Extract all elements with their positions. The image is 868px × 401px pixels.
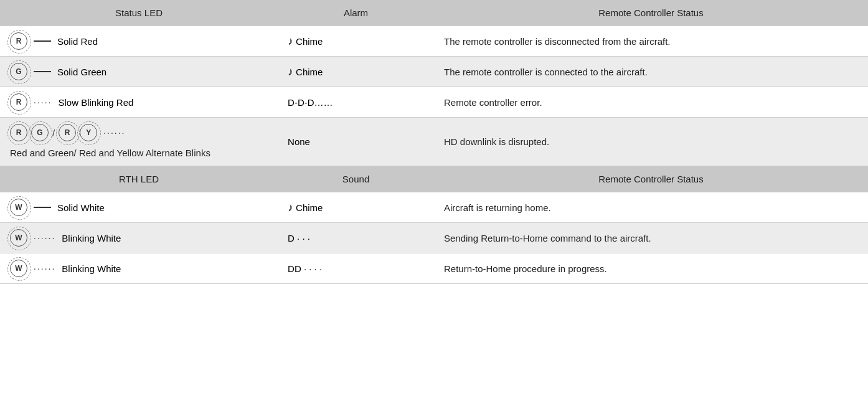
led-label: Solid Red	[57, 36, 98, 47]
led-label: Solid Green	[57, 67, 106, 77]
led-icon-W3: W	[10, 260, 27, 277]
table-row: R G / R Y ······ Red and Green/ Red and …	[0, 118, 868, 166]
alarm-text: None	[288, 136, 310, 147]
alarm-cell-1: ♪ Chime	[278, 26, 434, 57]
led-cell-5: W Solid White	[0, 192, 278, 223]
table-row: R Solid Red ♪ Chime The remote controlle…	[0, 26, 868, 57]
status-text-1: The remote controller is disconnected fr…	[434, 26, 868, 57]
status-table: Status LED Alarm Remote Controller Statu…	[0, 0, 868, 284]
alarm-cell-3: D-D-D……	[278, 87, 434, 118]
led-icon-W1: W	[10, 199, 27, 216]
led-cell-2: G Solid Green	[0, 57, 278, 87]
table-row: W ······ Blinking White DD · · · · Retur…	[0, 253, 868, 284]
led-label: Blinking White	[62, 263, 121, 274]
alarm-cell-6: D · · ·	[278, 223, 434, 253]
led-cell-1: R Solid Red	[0, 26, 278, 57]
led-icon-R3: R	[10, 124, 27, 141]
header1-col2: Alarm	[278, 0, 434, 26]
dot-connector2: ······	[103, 128, 125, 138]
status-text-5: Aircraft is returning home.	[434, 192, 868, 223]
led-cell-3: R ····· Slow Blinking Red	[0, 87, 278, 118]
music-note-icon2: ♪	[288, 201, 293, 214]
led-icon-R2: R	[10, 93, 27, 111]
alarm-text: Chime	[296, 202, 323, 213]
status-text-4: HD downlink is disrupted.	[434, 118, 868, 166]
led-icon-R: R	[10, 32, 27, 50]
led-icon-R4: R	[59, 124, 76, 141]
alarm-cell-4: None	[278, 118, 434, 166]
section-header-2: RTH LED Sound Remote Controller Status	[0, 166, 868, 192]
alarm-cell-5: ♪ Chime	[278, 192, 434, 223]
led-icon-Y: Y	[80, 124, 97, 141]
dash-connector	[34, 71, 51, 72]
header2-col3: Remote Controller Status	[434, 166, 868, 192]
header1-col3: Remote Controller Status	[434, 0, 868, 26]
dash-connector2	[34, 207, 51, 208]
header1-col1: Status LED	[0, 0, 278, 26]
table-row: W Solid White ♪ Chime Aircraft is return…	[0, 192, 868, 223]
dot-connector: ·····	[34, 97, 52, 107]
led-label-multi: Red and Green/ Red and Yellow Alternate …	[10, 146, 268, 159]
led-cell-6: W ······ Blinking White	[0, 223, 278, 253]
dot-connector4: ······	[34, 263, 55, 273]
status-text-7: Return-to-Home procedure in progress.	[434, 253, 868, 284]
led-icon-G2: G	[31, 124, 49, 141]
led-label: Blinking White	[62, 233, 121, 243]
alarm-text: D · · ·	[288, 233, 310, 243]
led-cell-4: R G / R Y ······ Red and Green/ Red and …	[0, 118, 278, 166]
status-text-3: Remote controller error.	[434, 87, 868, 118]
header2-col1: RTH LED	[0, 166, 278, 192]
dot-connector3: ······	[34, 233, 55, 243]
music-note-icon: ♪	[288, 65, 293, 78]
led-cell-7: W ······ Blinking White	[0, 253, 278, 284]
music-note-icon: ♪	[288, 35, 293, 48]
alarm-text: Chime	[296, 36, 323, 47]
led-icon-G: G	[10, 63, 27, 80]
dash-connector	[34, 40, 51, 42]
alarm-cell-2: ♪ Chime	[278, 57, 434, 87]
status-text-6: Sending Return-to-Home command to the ai…	[434, 223, 868, 253]
alarm-text: DD · · · ·	[288, 263, 322, 274]
alarm-text: Chime	[296, 67, 323, 77]
table-row: G Solid Green ♪ Chime The remote control…	[0, 57, 868, 87]
alarm-text: D-D-D……	[288, 97, 333, 108]
led-icon-W2: W	[10, 229, 27, 247]
header2-col2: Sound	[278, 166, 434, 192]
table-row: R ····· Slow Blinking Red D-D-D…… Remote…	[0, 87, 868, 118]
table-row: W ······ Blinking White D · · · Sending …	[0, 223, 868, 253]
led-label: Slow Blinking Red	[58, 97, 133, 108]
alarm-cell-7: DD · · · ·	[278, 253, 434, 284]
led-label: Solid White	[57, 202, 105, 213]
status-text-2: The remote controller is connected to th…	[434, 57, 868, 87]
